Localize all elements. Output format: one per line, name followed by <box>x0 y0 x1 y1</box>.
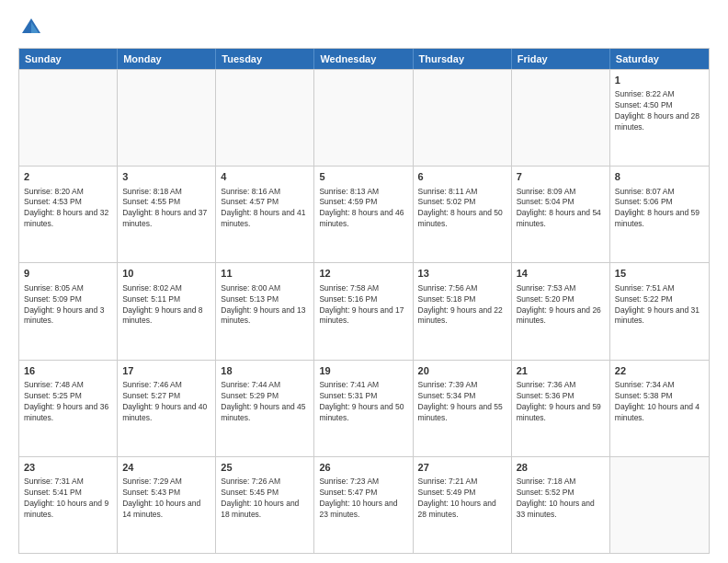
calendar-cell-2-7: 8Sunrise: 8:07 AMSunset: 5:06 PMDaylight… <box>610 167 709 262</box>
day-info: Sunrise: 8:20 AM <box>24 187 84 196</box>
calendar-cell-5-5: 27Sunrise: 7:21 AMSunset: 5:49 PMDayligh… <box>414 457 512 553</box>
calendar-cell-5-7 <box>610 457 709 553</box>
calendar-cell-4-3: 18Sunrise: 7:44 AMSunset: 5:29 PMDayligh… <box>216 361 314 456</box>
day-info: Sunset: 5:43 PM <box>122 488 180 497</box>
day-info: Sunset: 5:04 PM <box>517 197 574 206</box>
day-info: Daylight: 9 hours and 55 minutes. <box>418 402 503 422</box>
day-info: Sunset: 5:18 PM <box>418 294 476 304</box>
day-info: Daylight: 8 hours and 50 minutes. <box>418 208 503 228</box>
day-number: 18 <box>221 364 309 378</box>
calendar-cell-4-2: 17Sunrise: 7:46 AMSunset: 5:27 PMDayligh… <box>118 361 216 456</box>
day-info: Sunrise: 8:16 AM <box>221 187 280 196</box>
day-info: Sunset: 5:16 PM <box>319 294 377 304</box>
day-info: Sunset: 5:09 PM <box>24 294 82 304</box>
day-number: 11 <box>221 267 309 281</box>
calendar-cell-5-4: 26Sunrise: 7:23 AMSunset: 5:47 PMDayligh… <box>314 457 413 553</box>
day-info: Sunset: 5:34 PM <box>418 391 476 400</box>
calendar-cell-1-4 <box>314 70 413 166</box>
day-info: Sunset: 5:41 PM <box>24 488 82 497</box>
calendar-header-thursday: Thursday <box>414 49 512 69</box>
day-info: Daylight: 9 hours and 22 minutes. <box>418 305 503 326</box>
logo <box>18 15 48 40</box>
day-info: Sunrise: 8:09 AM <box>517 187 576 196</box>
day-number: 22 <box>615 364 704 378</box>
calendar-cell-2-3: 4Sunrise: 8:16 AMSunset: 4:57 PMDaylight… <box>216 167 314 262</box>
day-info: Daylight: 8 hours and 54 minutes. <box>517 208 601 228</box>
day-number: 6 <box>418 170 506 184</box>
day-number: 4 <box>221 170 309 184</box>
calendar-cell-1-2 <box>118 70 216 166</box>
day-info: Daylight: 9 hours and 26 minutes. <box>517 305 601 326</box>
calendar-cell-2-5: 6Sunrise: 8:11 AMSunset: 5:02 PMDaylight… <box>414 167 512 262</box>
day-info: Sunset: 5:47 PM <box>319 488 377 497</box>
calendar-cell-4-5: 20Sunrise: 7:39 AMSunset: 5:34 PMDayligh… <box>414 361 512 456</box>
calendar-cell-3-1: 9Sunrise: 8:05 AMSunset: 5:09 PMDaylight… <box>19 263 118 359</box>
calendar-body: 1Sunrise: 8:22 AMSunset: 4:50 PMDaylight… <box>19 69 709 553</box>
calendar-header-friday: Friday <box>512 49 610 69</box>
day-info: Sunset: 4:57 PM <box>221 197 279 206</box>
day-info: Daylight: 8 hours and 32 minutes. <box>24 208 108 228</box>
day-info: Daylight: 10 hours and 28 minutes. <box>418 499 496 519</box>
day-info: Sunrise: 7:48 AM <box>24 380 84 389</box>
day-number: 10 <box>122 267 210 281</box>
day-number: 19 <box>319 364 407 378</box>
day-info: Sunset: 5:52 PM <box>517 488 574 497</box>
day-info: Sunset: 5:22 PM <box>615 294 673 304</box>
day-info: Sunset: 5:11 PM <box>122 294 180 304</box>
calendar-cell-4-4: 19Sunrise: 7:41 AMSunset: 5:31 PMDayligh… <box>314 361 413 456</box>
day-number: 23 <box>24 461 112 475</box>
day-info: Sunset: 5:27 PM <box>122 391 180 400</box>
day-info: Daylight: 10 hours and 23 minutes. <box>319 499 397 519</box>
day-info: Sunset: 5:13 PM <box>221 294 279 304</box>
calendar-cell-4-7: 22Sunrise: 7:34 AMSunset: 5:38 PMDayligh… <box>610 361 709 456</box>
calendar-cell-1-1 <box>19 70 118 166</box>
day-number: 13 <box>418 267 506 281</box>
day-info: Sunset: 5:20 PM <box>517 294 574 304</box>
day-info: Daylight: 8 hours and 37 minutes. <box>122 208 207 228</box>
day-info: Sunrise: 8:18 AM <box>122 187 182 196</box>
day-info: Sunrise: 7:39 AM <box>418 380 478 389</box>
calendar-header-row: SundayMondayTuesdayWednesdayThursdayFrid… <box>19 49 709 69</box>
calendar-header-sunday: Sunday <box>19 49 118 69</box>
day-info: Sunset: 4:59 PM <box>319 197 377 206</box>
day-number: 28 <box>517 461 605 475</box>
day-info: Daylight: 8 hours and 59 minutes. <box>615 208 700 228</box>
day-info: Daylight: 9 hours and 50 minutes. <box>319 402 404 422</box>
day-info: Sunset: 5:25 PM <box>24 391 82 400</box>
day-info: Daylight: 9 hours and 59 minutes. <box>517 402 601 422</box>
calendar-cell-2-2: 3Sunrise: 8:18 AMSunset: 4:55 PMDaylight… <box>118 167 216 262</box>
header <box>18 15 710 40</box>
calendar-cell-3-7: 15Sunrise: 7:51 AMSunset: 5:22 PMDayligh… <box>610 263 709 359</box>
calendar-cell-5-6: 28Sunrise: 7:18 AMSunset: 5:52 PMDayligh… <box>512 457 610 553</box>
calendar-cell-5-2: 24Sunrise: 7:29 AMSunset: 5:43 PMDayligh… <box>118 457 216 553</box>
day-number: 2 <box>24 170 112 184</box>
day-info: Sunrise: 7:21 AM <box>418 477 478 486</box>
day-info: Sunset: 5:36 PM <box>517 391 574 400</box>
day-info: Sunrise: 7:31 AM <box>24 477 84 486</box>
day-info: Sunrise: 7:36 AM <box>517 380 576 389</box>
day-info: Daylight: 9 hours and 17 minutes. <box>319 305 404 326</box>
calendar-header-wednesday: Wednesday <box>314 49 413 69</box>
day-info: Sunset: 5:38 PM <box>615 391 673 400</box>
day-number: 21 <box>517 364 605 378</box>
calendar-cell-3-6: 14Sunrise: 7:53 AMSunset: 5:20 PMDayligh… <box>512 263 610 359</box>
day-info: Sunrise: 7:34 AM <box>615 380 675 389</box>
calendar-cell-1-6 <box>512 70 610 166</box>
day-info: Sunrise: 7:46 AM <box>122 380 182 389</box>
day-info: Sunset: 4:53 PM <box>24 197 82 206</box>
day-info: Sunset: 5:31 PM <box>319 391 377 400</box>
day-info: Daylight: 9 hours and 3 minutes. <box>24 305 104 326</box>
day-info: Daylight: 9 hours and 8 minutes. <box>122 305 202 326</box>
calendar-cell-4-6: 21Sunrise: 7:36 AMSunset: 5:36 PMDayligh… <box>512 361 610 456</box>
calendar-cell-3-2: 10Sunrise: 8:02 AMSunset: 5:11 PMDayligh… <box>118 263 216 359</box>
day-number: 20 <box>418 364 506 378</box>
calendar-week-5: 23Sunrise: 7:31 AMSunset: 5:41 PMDayligh… <box>19 456 709 553</box>
day-number: 26 <box>319 461 407 475</box>
calendar-cell-3-3: 11Sunrise: 8:00 AMSunset: 5:13 PMDayligh… <box>216 263 314 359</box>
day-number: 5 <box>319 170 407 184</box>
day-info: Daylight: 10 hours and 4 minutes. <box>615 402 700 422</box>
day-info: Daylight: 9 hours and 36 minutes. <box>24 402 108 422</box>
day-number: 25 <box>221 461 309 475</box>
day-info: Daylight: 9 hours and 31 minutes. <box>615 305 700 326</box>
day-info: Daylight: 10 hours and 33 minutes. <box>517 499 595 519</box>
